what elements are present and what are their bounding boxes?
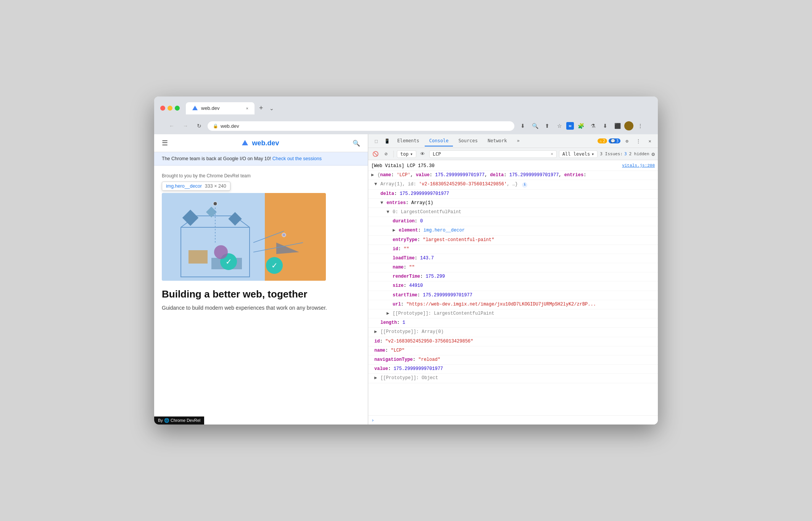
share-button[interactable]: ⬆ (542, 121, 553, 131)
console-line-name: name: "" (368, 263, 658, 272)
search-button[interactable]: 🔍 (353, 140, 360, 147)
console-line-entries: ▼ entries: Array(1) (368, 199, 658, 208)
expand-arrow-7[interactable]: ▶ (374, 328, 377, 336)
block-requests-button[interactable]: ⊘ (382, 150, 390, 158)
devtools-device-icon[interactable]: 📱 (382, 136, 392, 146)
filter-clear-button[interactable]: × (551, 151, 553, 156)
page-header: ☰ web.dev 🔍 (154, 134, 368, 152)
user-avatar[interactable] (624, 121, 633, 130)
tab-network[interactable]: Network (483, 136, 512, 146)
tab-chevron-icon[interactable]: ⌄ (269, 105, 274, 111)
error-badge: 💬 3 (609, 138, 620, 143)
filter-input[interactable]: LCP × (429, 150, 557, 158)
console-line-loadtime: loadTime: 143.7 (368, 254, 658, 263)
tab-console[interactable]: Console (425, 136, 453, 146)
back-button[interactable]: ← (166, 121, 177, 131)
prompt-arrow-icon: › (371, 417, 374, 423)
console-line-delta: delta: 175.29999999701977 (368, 190, 658, 199)
expand-arrow-1[interactable]: ▶ (371, 172, 374, 179)
tab-bar: web.dev × + ⌄ (186, 101, 274, 115)
new-tab-button[interactable]: + (256, 101, 266, 115)
lock-icon: 🔒 (213, 124, 218, 129)
expand-arrow-2[interactable]: ▼ (374, 181, 377, 188)
expand-arrow-3[interactable]: ▼ (380, 199, 383, 207)
expand-arrow-6[interactable]: ▶ (387, 310, 389, 317)
tab-more[interactable]: » (512, 136, 524, 146)
console-line-length: length: 1 (368, 318, 658, 328)
devtools-close-button[interactable]: ✕ (645, 136, 655, 146)
forward-button[interactable]: → (180, 121, 191, 131)
eye-button[interactable]: 👁 (419, 150, 427, 158)
console-prompt[interactable]: › (368, 415, 658, 425)
level-selector[interactable]: All levels ▾ (559, 150, 598, 158)
title-bar-top: web.dev × + ⌄ (160, 101, 652, 115)
console-output[interactable]: [Web Vitals] LCP 175.30 vitals.js:208 ▶ … (368, 160, 658, 415)
issues-count: 3 (624, 151, 627, 156)
console-line-object: ▶ {name: 'LCP', value: 175.2999999970197… (368, 171, 658, 180)
footer-badge: By 🌐 Chrome DevRel (154, 416, 204, 425)
devtools-more-button[interactable]: ⋮ (633, 136, 643, 146)
devtools-icons: ⚠ 2 💬 3 ⚙ ⋮ ✕ (598, 136, 655, 146)
reload-button[interactable]: ↻ (194, 121, 205, 131)
hamburger-menu[interactable]: ☰ (162, 139, 168, 147)
svg-marker-0 (192, 106, 198, 110)
flask-button[interactable]: ⚗ (588, 121, 598, 131)
download-page-button[interactable]: ⬇ (517, 121, 528, 131)
filter-text: LCP (433, 151, 549, 157)
devtools-cursor-icon[interactable]: ⬚ (371, 136, 381, 146)
hero-illustration: ✓ ✓ (162, 193, 326, 281)
console-line-element: ▶ element: img.hero__decor (368, 226, 658, 235)
address-input[interactable]: 🔒 web.dev (208, 121, 514, 131)
warn-badge: ⚠ 2 (598, 138, 607, 143)
browser-actions: ⬇ 🔍 ⬆ ☆ M 🧩 ⚗ ⬇ ⬛ ⋮ (517, 121, 646, 131)
tab-elements[interactable]: Elements (393, 136, 424, 146)
tab-favicon (192, 105, 198, 111)
tab-title: web.dev (201, 105, 219, 111)
console-line-duration: duration: 0 (368, 217, 658, 226)
zoom-button[interactable]: 🔍 (530, 121, 540, 131)
console-line-id: id: "" (368, 245, 658, 254)
traffic-lights (160, 106, 180, 111)
devtools-settings-button[interactable]: ⚙ (622, 136, 632, 146)
extension-button[interactable]: M (566, 122, 574, 130)
devrel-label: Brought to you by the Chrome DevRel team (162, 173, 360, 178)
address-bar: ← → ↻ 🔒 web.dev ⬇ 🔍 ⬆ ☆ M 🧩 ⚗ (160, 118, 652, 134)
traffic-light-close[interactable] (160, 106, 165, 111)
page-body: Brought to you by the Chrome DevRel team… (154, 166, 368, 320)
log-source[interactable]: vitals.js:208 (622, 162, 655, 170)
traffic-light-minimize[interactable] (168, 106, 172, 111)
expand-arrow-4[interactable]: ▼ (387, 209, 389, 216)
announce-link[interactable]: Check out the sessions (272, 156, 322, 161)
console-line-array: ▼ Array(1), id: 'v2-1683052452950-375601… (368, 180, 658, 189)
more-options-button[interactable]: ⋮ (635, 121, 646, 131)
console-line-navtype: navigationType: "reload" (368, 355, 658, 365)
console-line-size: size: 44910 (368, 281, 658, 291)
expand-arrow-8[interactable]: ▶ (374, 375, 377, 382)
split-button[interactable]: ⬛ (612, 121, 623, 131)
address-text: web.dev (221, 123, 509, 129)
bookmark-button[interactable]: ☆ (554, 121, 565, 131)
clear-console-button[interactable]: 🚫 (371, 150, 380, 158)
log-header-text: [Web Vitals] LCP 175.30 (371, 162, 619, 170)
console-line-proto-array: ▶ [[Prototype]]: Array(0) (368, 328, 658, 337)
traffic-light-fullscreen[interactable] (175, 106, 180, 111)
browser-tab-active[interactable]: web.dev × (186, 102, 255, 114)
webdev-logo-icon (241, 139, 249, 147)
level-arrow: ▾ (591, 151, 594, 157)
browser-window: web.dev × + ⌄ ← → ↻ 🔒 web.dev ⬇ 🔍 ⬆ ☆ (154, 96, 658, 425)
element-tooltip: img.hero__decor 333 × 240 (162, 182, 230, 191)
hero-image: ✓ ✓ (162, 193, 326, 281)
tab-close-button[interactable]: × (246, 106, 248, 111)
context-arrow: ▾ (410, 151, 413, 157)
download-button[interactable]: ⬇ (600, 121, 611, 131)
webpage: ☰ web.dev 🔍 The Chrome team is back at G… (154, 134, 368, 425)
expand-arrow-5[interactable]: ▶ (393, 227, 395, 234)
page-title: Building a better web, together (162, 288, 360, 300)
tab-sources[interactable]: Sources (454, 136, 482, 146)
console-settings-icon[interactable]: ⚙ (652, 151, 655, 157)
page-logo: web.dev (241, 139, 279, 147)
svg-text:✓: ✓ (226, 257, 232, 266)
extensions-button[interactable]: 🧩 (575, 121, 586, 131)
console-line-name-str: name: "LCP" (368, 346, 658, 355)
context-selector[interactable]: top ▾ (397, 150, 416, 158)
